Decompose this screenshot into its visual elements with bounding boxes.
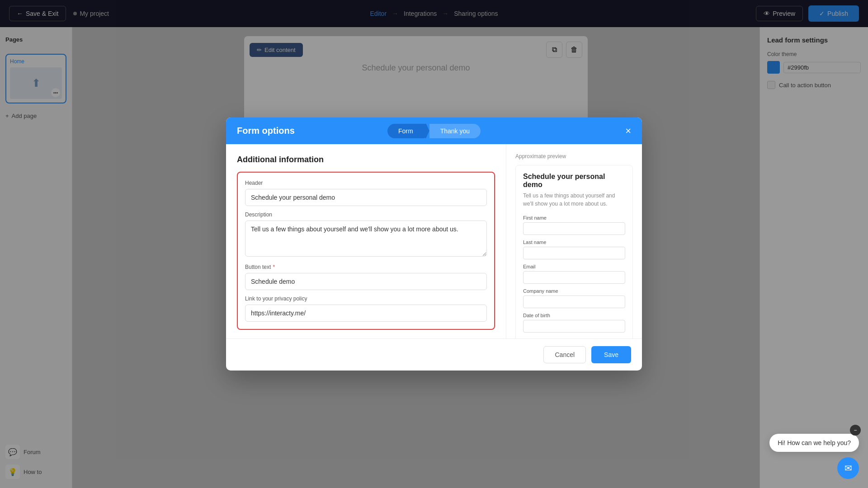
modal-close-button[interactable]: × <box>625 126 631 136</box>
preview-field-label: First name <box>523 215 625 221</box>
preview-fields: First nameLast nameEmailCompany nameDate… <box>523 215 625 333</box>
required-mark: * <box>273 264 275 270</box>
preview-field-box <box>523 222 625 235</box>
description-label: Description <box>245 211 487 218</box>
modal-title: Form options <box>237 126 295 136</box>
chat-message: Hi! How can we help you? <box>778 439 851 446</box>
modal-footer: Cancel Save <box>226 338 642 371</box>
header-input[interactable] <box>245 189 487 206</box>
preview-field-box <box>523 247 625 259</box>
preview-field-label: Date of birth <box>523 313 625 318</box>
tab-form[interactable]: Form <box>387 124 424 138</box>
preview-field-label: Email <box>523 264 625 269</box>
preview-field-box <box>523 320 625 333</box>
chat-close-button[interactable]: − <box>850 425 861 436</box>
button-text-label: Button text * <box>245 264 487 270</box>
header-label: Header <box>245 180 487 186</box>
form-section-border: Header Description Tell us a few things … <box>237 172 495 330</box>
preview-field-label: Company name <box>523 288 625 294</box>
tab-thank-you[interactable]: Thank you <box>429 124 481 138</box>
description-textarea[interactable]: Tell us a few things about yourself and … <box>245 221 487 257</box>
modal-preview: Approximate preview Schedule your person… <box>506 144 642 338</box>
preview-label: Approximate preview <box>515 153 633 160</box>
modal-overlay: Form options Form Thank you × Additional… <box>0 0 868 488</box>
cancel-button[interactable]: Cancel <box>543 346 586 363</box>
privacy-input[interactable] <box>245 305 487 322</box>
chat-bubble: Hi! How can we help you? <box>769 434 859 452</box>
button-text-input[interactable] <box>245 273 487 290</box>
preview-title: Schedule your personal demo <box>523 173 625 189</box>
modal-left: Additional information Header Descriptio… <box>226 144 506 338</box>
preview-field-box <box>523 296 625 308</box>
chat-open-button[interactable]: ✉ <box>837 457 859 479</box>
preview-card: Schedule your personal demo Tell us a fe… <box>515 165 633 338</box>
privacy-label: Link to your privacy policy <box>245 296 487 302</box>
form-options-modal: Form options Form Thank you × Additional… <box>226 117 642 371</box>
messenger-icon: ✉ <box>844 463 852 474</box>
preview-field-label: Last name <box>523 239 625 245</box>
section-title: Additional information <box>237 155 495 164</box>
modal-body: Additional information Header Descriptio… <box>226 144 642 338</box>
save-button[interactable]: Save <box>591 346 631 363</box>
preview-desc: Tell us a few things about yourself and … <box>523 192 625 208</box>
modal-header: Form options Form Thank you × <box>226 117 642 144</box>
modal-tabs: Form Thank you <box>387 124 481 138</box>
preview-field-box <box>523 271 625 284</box>
